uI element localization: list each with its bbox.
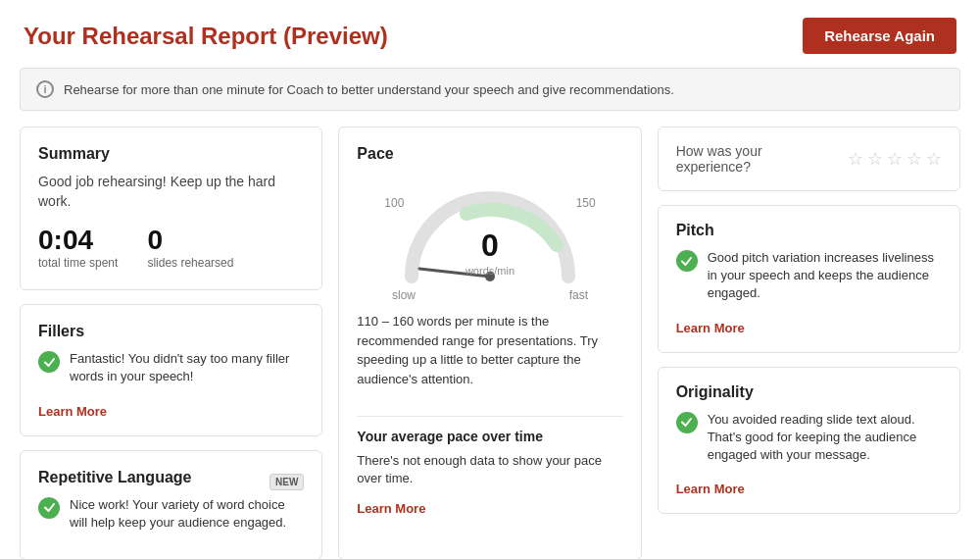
pitch-card: Pitch Good pitch variation increases liv… [658,205,960,353]
slides-stat: 0 slides rehearsed [147,225,233,270]
summary-title: Summary [38,145,304,163]
pitch-title: Pitch [676,222,942,239]
time-value: 0:04 [38,225,118,256]
rehearse-again-button[interactable]: Rehearse Again [803,18,956,54]
page-title: Your Rehearsal Report (Preview) [24,23,388,50]
gauge-label-100: 100 [384,196,404,210]
originality-card: Originality You avoided reading slide te… [658,367,960,515]
fillers-learn-more[interactable]: Learn More [38,404,107,419]
repetitive-header-row: Repetitive Language NEW [38,469,304,496]
gauge-slow-label: slow [392,288,416,302]
main-grid: Summary Good job rehearsing! Keep up the… [0,127,980,559]
originality-learn-more[interactable]: Learn More [676,482,745,496]
repetitive-check-row: Nice work! Your variety of word choice w… [38,496,304,532]
pace-divider [357,416,622,417]
pace-avg-text: There's not enough data to show your pac… [357,452,622,487]
fillers-check-icon [38,351,60,373]
experience-text: How was your experience? [676,143,830,175]
pace-card: Pace 100 150 0 words/min slow fast 110 –… [338,127,641,559]
info-bar-text: Rehearse for more than one minute for Co… [64,82,674,97]
left-column: Summary Good job rehearsing! Keep up the… [20,127,322,559]
pace-value: 0 [481,229,499,261]
star-5[interactable]: ☆ [926,148,942,170]
star-3[interactable]: ☆ [887,148,903,170]
pace-gauge: 100 150 0 words/min slow fast [357,178,622,302]
gauge-label-150: 150 [576,196,596,210]
new-badge: NEW [270,474,304,490]
pitch-check-text: Good pitch variation increases livelines… [708,249,942,303]
star-2[interactable]: ☆ [867,148,883,170]
pace-learn-more[interactable]: Learn More [357,501,622,516]
info-bar: i Rehearse for more than one minute for … [20,68,960,111]
time-label: total time spent [38,256,118,270]
pace-unit: words/min [466,265,514,277]
fillers-check-text: Fantastic! You didn't say too many fille… [70,350,304,385]
summary-card: Summary Good job rehearsing! Keep up the… [20,127,322,290]
fillers-card: Fillers Fantastic! You didn't say too ma… [20,304,322,435]
pitch-check-icon [676,250,698,272]
stats-row: 0:04 total time spent 0 slides rehearsed [38,225,304,270]
pace-avg-title: Your average pace over time [357,429,622,444]
repetitive-check-text: Nice work! Your variety of word choice w… [70,496,304,532]
pace-title: Pace [357,145,622,163]
pitch-check-row: Good pitch variation increases livelines… [676,249,942,303]
repetitive-check-icon [38,497,60,519]
originality-title: Originality [676,383,942,401]
repetitive-card: Repetitive Language NEW Nice work! Your … [20,450,322,559]
star-4[interactable]: ☆ [906,148,922,170]
originality-check-row: You avoided reading slide text aloud. Th… [676,411,942,465]
star-1[interactable]: ☆ [848,148,863,170]
pace-description: 110 – 160 words per minute is the recomm… [357,312,622,388]
right-column: How was your experience? ☆ ☆ ☆ ☆ ☆ Pitch… [658,127,960,559]
info-icon: i [36,80,54,98]
repetitive-title: Repetitive Language [38,469,191,486]
fillers-check-row: Fantastic! You didn't say too many fille… [38,350,304,385]
time-stat: 0:04 total time spent [38,225,118,270]
slides-value: 0 [147,225,233,256]
gauge-labels: slow fast [392,288,588,302]
experience-card: How was your experience? ☆ ☆ ☆ ☆ ☆ [658,127,960,191]
stars-row[interactable]: ☆ ☆ ☆ ☆ ☆ [848,148,942,170]
slides-label: slides rehearsed [147,256,233,270]
summary-description: Good job rehearsing! Keep up the hard wo… [38,173,304,211]
header: Your Rehearsal Report (Preview) Rehearse… [0,0,980,68]
gauge-fast-label: fast [569,288,588,302]
pitch-learn-more[interactable]: Learn More [676,321,745,335]
fillers-title: Fillers [38,323,304,340]
originality-check-icon [676,412,698,433]
originality-check-text: You avoided reading slide text aloud. Th… [708,411,942,465]
